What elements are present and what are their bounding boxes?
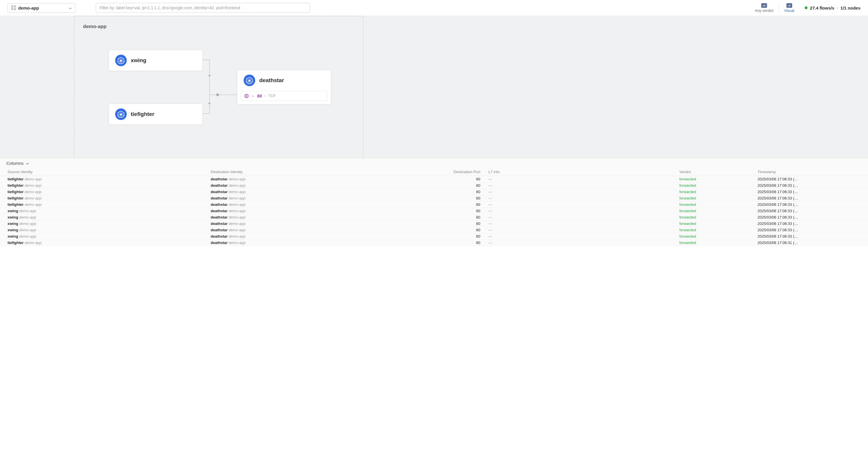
columns-button[interactable]: Columns xyxy=(6,161,29,166)
timestamp: 2025/03/06 17:06:33 (… xyxy=(755,221,868,227)
dst-identity: deathstar xyxy=(211,228,228,232)
col-destination[interactable]: Destination Identity xyxy=(208,168,416,176)
verdict: forwarded xyxy=(679,215,696,220)
svg-rect-0 xyxy=(11,6,13,7)
dst-namespace: demo-app xyxy=(228,215,246,220)
l7-info: — xyxy=(488,209,492,213)
table-row[interactable]: xwing demo-appdeathstar demo-app80—forwa… xyxy=(0,214,868,221)
dst-namespace: demo-app xyxy=(228,202,246,207)
port-number: 80 xyxy=(257,93,262,98)
namespace-selector[interactable]: demo-app xyxy=(7,3,75,13)
col-source[interactable]: Source Identity xyxy=(0,168,208,176)
dst-namespace: demo-app xyxy=(228,240,246,245)
service-node-deathstar[interactable]: deathstar → 80 • TCP xyxy=(237,70,331,105)
src-identity: xwing xyxy=(7,222,18,226)
table-row[interactable]: tiefighter demo-appdeathstar demo-app80—… xyxy=(0,182,868,189)
chevron-down-icon xyxy=(69,5,72,10)
table-row[interactable]: xwing demo-appdeathstar demo-app80—forwa… xyxy=(0,233,868,240)
dst-port: 80 xyxy=(416,227,486,233)
dot-separator: • xyxy=(265,94,266,98)
table-row[interactable]: tiefighter demo-appdeathstar demo-app80—… xyxy=(0,201,868,208)
view-mode-group: Any verdict Visual xyxy=(750,3,800,13)
src-identity: xwing xyxy=(7,215,18,220)
filter-input[interactable] xyxy=(96,3,310,13)
table-row[interactable]: xwing demo-appdeathstar demo-app80—forwa… xyxy=(0,227,868,233)
dst-namespace: demo-app xyxy=(228,196,246,200)
port-row[interactable]: → 80 • TCP xyxy=(241,91,328,101)
dst-identity: deathstar xyxy=(211,240,228,245)
service-node-xwing[interactable]: xwing xyxy=(108,50,203,71)
src-identity: tiefighter xyxy=(7,190,24,194)
src-namespace: demo-app xyxy=(25,240,42,245)
table-row[interactable]: tiefighter demo-appdeathstar demo-app80—… xyxy=(0,195,868,201)
table-row[interactable]: tiefighter demo-appdeathstar demo-app80—… xyxy=(0,176,868,182)
src-identity: tiefighter xyxy=(7,202,24,207)
timestamp: 2025/03/06 17:06:33 (… xyxy=(755,189,868,195)
visual-mode-icon xyxy=(786,3,792,8)
arrow-right-icon: → xyxy=(251,94,255,98)
l7-info: — xyxy=(488,228,492,232)
service-map-canvas[interactable]: demo-app xwing tiefighter xyxy=(0,16,868,158)
src-identity: xwing xyxy=(7,234,18,238)
dst-identity: deathstar xyxy=(211,190,228,194)
verdict-mode-label: Any verdict xyxy=(755,8,773,13)
toolbar-right: Any verdict Visual 27.4 flows/s • 1/1 no… xyxy=(750,3,861,13)
dst-identity: deathstar xyxy=(211,215,228,220)
src-identity: tiefighter xyxy=(7,183,24,188)
toolbar: demo-app Any verdict Visual 27.4 f xyxy=(0,0,868,16)
verdict: forwarded xyxy=(679,190,696,194)
kubernetes-icon xyxy=(115,55,127,66)
dst-port: 80 xyxy=(416,176,486,182)
table-row[interactable]: tiefighter demo-appdeathstar demo-app80—… xyxy=(0,189,868,195)
verdict: forwarded xyxy=(679,228,696,232)
svg-rect-3 xyxy=(14,8,16,10)
l7-info: — xyxy=(488,202,492,207)
dst-port: 80 xyxy=(416,182,486,189)
src-namespace: demo-app xyxy=(25,183,42,188)
dst-namespace: demo-app xyxy=(228,228,246,232)
dst-port: 80 xyxy=(416,214,486,221)
src-namespace: demo-app xyxy=(19,215,36,220)
col-l7[interactable]: L7 info xyxy=(486,168,677,176)
l7-info: — xyxy=(488,190,492,194)
dst-namespace: demo-app xyxy=(228,222,246,226)
timestamp: 2025/03/06 17:06:33 (… xyxy=(755,195,868,201)
verdict: forwarded xyxy=(679,234,696,238)
timestamp: 2025/03/06 17:06:31 (… xyxy=(755,240,868,246)
status: 27.4 flows/s • 1/1 nodes xyxy=(805,5,861,10)
dst-port: 80 xyxy=(416,233,486,240)
verdict-mode[interactable]: Any verdict xyxy=(750,3,779,13)
namespace-icon xyxy=(11,5,16,10)
col-port[interactable]: Destination Port xyxy=(416,168,486,176)
canvas-namespace-title: demo-app xyxy=(83,24,106,30)
verdict: forwarded xyxy=(679,222,696,226)
timestamp: 2025/03/06 17:06:33 (… xyxy=(755,214,868,221)
dst-identity: deathstar xyxy=(211,222,228,226)
src-identity: tiefighter xyxy=(7,240,24,245)
dst-identity: deathstar xyxy=(211,183,228,188)
col-timestamp[interactable]: Timestamp xyxy=(755,168,868,176)
table-row[interactable]: xwing demo-appdeathstar demo-app80—forwa… xyxy=(0,221,868,227)
table-row[interactable]: xwing demo-appdeathstar demo-app80—forwa… xyxy=(0,208,868,214)
flows-header: Columns xyxy=(0,158,868,168)
src-namespace: demo-app xyxy=(25,202,42,207)
dst-port: 80 xyxy=(416,201,486,208)
src-namespace: demo-app xyxy=(25,196,42,200)
visual-mode[interactable]: Visual xyxy=(779,3,799,13)
src-identity: xwing xyxy=(7,228,18,232)
src-namespace: demo-app xyxy=(25,190,42,194)
service-node-tiefighter[interactable]: tiefighter xyxy=(108,103,203,125)
timestamp: 2025/03/06 17:06:33 (… xyxy=(755,233,868,240)
timestamp: 2025/03/06 17:06:33 (… xyxy=(755,182,868,189)
l7-info: — xyxy=(488,240,492,245)
l7-info: — xyxy=(488,215,492,220)
l7-info: — xyxy=(488,183,492,188)
svg-rect-2 xyxy=(11,8,13,10)
dst-port: 80 xyxy=(416,240,486,246)
col-verdict[interactable]: Verdict xyxy=(677,168,755,176)
port-protocol: TCP xyxy=(268,94,276,98)
dst-identity: deathstar xyxy=(211,196,228,200)
dst-namespace: demo-app xyxy=(228,183,246,188)
table-row[interactable]: tiefighter demo-appdeathstar demo-app80—… xyxy=(0,240,868,246)
ingress-icon xyxy=(245,94,249,98)
